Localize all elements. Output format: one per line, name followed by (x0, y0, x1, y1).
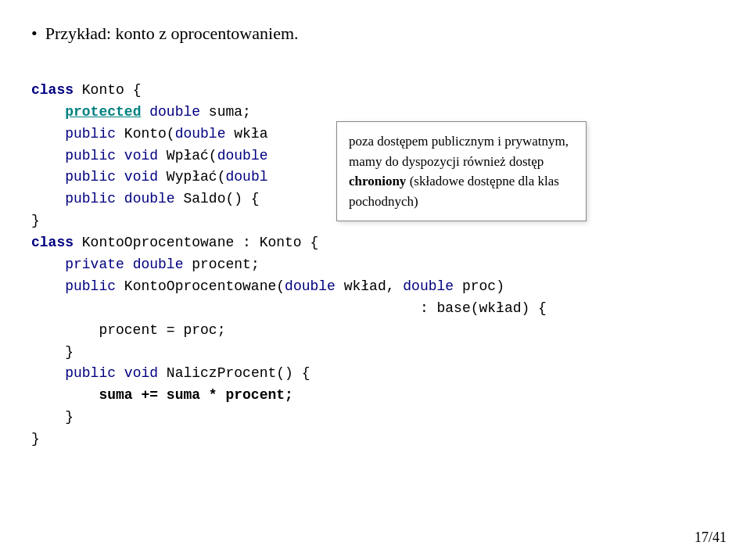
tooltip-box: poza dostępem publicznym i prywatnym, ma… (336, 121, 587, 221)
code-line-3: public Konto(double wkła (31, 126, 267, 142)
bullet-dot: • (31, 23, 38, 44)
code-line-15: suma += suma * procent; (31, 387, 293, 403)
code-line-16: } (31, 409, 74, 425)
code-line-6: public double Saldo() { (31, 191, 260, 206)
code-line-13: } (31, 344, 74, 360)
code-line-7: } (31, 213, 40, 228)
code-line-14: public void NaliczProcent() { (31, 365, 310, 381)
bullet-text: Przykład: konto z oprocentowaniem. (45, 23, 299, 44)
code-line-17: } (31, 431, 40, 447)
code-line-11: : base(wkład) { (31, 300, 547, 316)
tooltip-bold-text: chroniony (349, 174, 406, 188)
code-line-9: private double procent; (31, 257, 260, 272)
code-block: class Konto { protected double suma; pub… (31, 58, 719, 472)
code-line-12: procent = proc; (31, 322, 225, 338)
code-line-10: public KontoOprocentowane(double wkład, … (31, 278, 504, 294)
code-line-8: class KontoOprocentowane : Konto { (31, 235, 318, 250)
page-number: 17/41 (694, 529, 727, 546)
code-line-1: class Konto { (31, 82, 141, 98)
tooltip-text-before: poza dostępem publicznym i prywatnym, ma… (349, 134, 569, 169)
bullet-point: • Przykład: konto z oprocentowaniem. (31, 23, 719, 44)
code-line-2: protected double suma; (31, 104, 251, 120)
slide-container: • Przykład: konto z oprocentowaniem. cla… (0, 0, 750, 560)
